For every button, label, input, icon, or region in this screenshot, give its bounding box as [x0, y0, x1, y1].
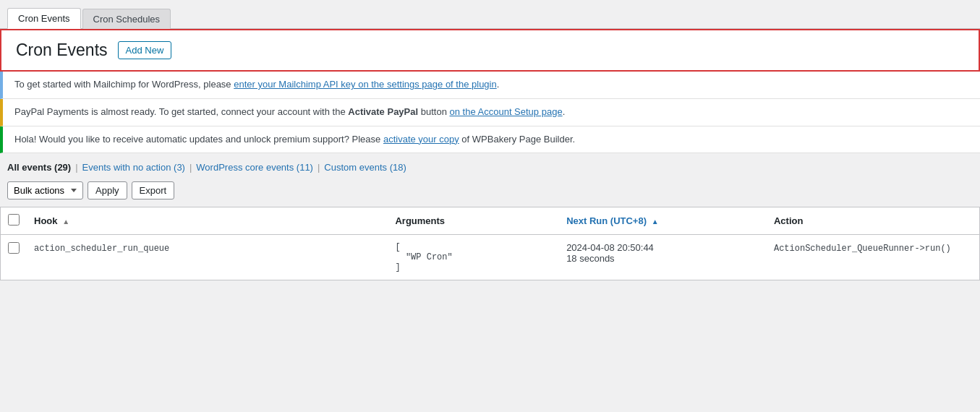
events-table: Hook ▲ Arguments Next Run (UTC+8) ▲ Acti…: [1, 207, 979, 280]
notice-wpbakery: Hola! Would you like to receive automati…: [0, 126, 980, 154]
row-action: ActionScheduler_QueueRunner->run(): [767, 235, 979, 280]
next-run-sort-icon: ▲: [652, 218, 659, 226]
notice-paypal-text-after: .: [563, 106, 566, 117]
notice-paypal-text-middle: button: [418, 106, 449, 117]
sep-1: |: [75, 162, 77, 173]
notice-paypal-text-before: PayPal Payments is almost ready. To get …: [14, 106, 348, 117]
row-arguments-value: [ "WP Cron" ]: [395, 242, 552, 272]
export-button[interactable]: Export: [132, 181, 175, 199]
notice-paypal: PayPal Payments is almost ready. To get …: [0, 99, 980, 126]
tab-cron-schedules[interactable]: Cron Schedules: [82, 9, 171, 29]
notice-mailchimp-link[interactable]: enter your Mailchimp API key on the sett…: [234, 79, 497, 90]
select-all-checkbox[interactable]: [8, 214, 20, 226]
add-new-button[interactable]: Add New: [118, 41, 172, 59]
filter-custom-events[interactable]: Custom events (18): [324, 162, 406, 173]
events-table-wrap: Hook ▲ Arguments Next Run (UTC+8) ▲ Acti…: [0, 207, 980, 280]
table-row: action_scheduler_run_queue [ "WP Cron" ]…: [1, 235, 979, 280]
th-select-all: [1, 207, 27, 235]
notice-wpbakery-link[interactable]: activate your copy: [383, 134, 459, 145]
notice-mailchimp: To get started with Mailchimp for WordPr…: [0, 72, 980, 99]
table-body: action_scheduler_run_queue [ "WP Cron" ]…: [1, 235, 979, 280]
row-arguments: [ "WP Cron" ]: [388, 235, 559, 280]
th-next-run[interactable]: Next Run (UTC+8) ▲: [559, 207, 767, 235]
sep-3: |: [318, 162, 320, 173]
page-title: Cron Events: [16, 40, 108, 60]
apply-button[interactable]: Apply: [88, 181, 127, 199]
filter-all[interactable]: All events (29): [7, 162, 71, 173]
th-hook[interactable]: Hook ▲: [27, 207, 388, 235]
hook-sort-icon: ▲: [62, 218, 69, 226]
row-checkbox[interactable]: [8, 242, 20, 254]
row-hook: action_scheduler_run_queue: [27, 235, 388, 280]
notice-mailchimp-text-before: To get started with Mailchimp for WordPr…: [14, 79, 234, 90]
row-checkbox-cell: [1, 235, 27, 280]
th-action: Action: [767, 207, 979, 235]
filter-core-events[interactable]: WordPress core events (11): [196, 162, 313, 173]
filter-no-action[interactable]: Events with no action (3): [82, 162, 185, 173]
row-next-run-relative: 18 seconds: [566, 253, 759, 264]
th-arguments: Arguments: [388, 207, 559, 235]
table-header-row: Hook ▲ Arguments Next Run (UTC+8) ▲ Acti…: [1, 207, 979, 235]
bulk-actions-select[interactable]: Bulk actions: [7, 181, 83, 199]
notice-mailchimp-text-after: .: [497, 79, 500, 90]
filter-links: All events (29) | Events with no action …: [7, 162, 966, 173]
tab-cron-events[interactable]: Cron Events: [7, 8, 81, 29]
table-head: Hook ▲ Arguments Next Run (UTC+8) ▲ Acti…: [1, 207, 979, 235]
row-action-value: ActionScheduler_QueueRunner->run(): [774, 244, 951, 254]
notice-paypal-link[interactable]: on the Account Setup page: [449, 106, 562, 117]
notice-paypal-bold: Activate PayPal: [348, 106, 418, 117]
notice-wpbakery-text-before: Hola! Would you like to receive automati…: [14, 134, 383, 145]
page-header: Cron Events Add New: [0, 29, 980, 72]
row-next-run-date: 2024-04-08 20:50:44: [566, 242, 759, 253]
page-wrap: Cron Events Cron Schedules Cron Events A…: [0, 0, 980, 412]
tabs-bar: Cron Events Cron Schedules: [0, 0, 980, 29]
actions-row: Bulk actions Apply Export: [0, 177, 980, 204]
filter-bar: All events (29) | Events with no action …: [0, 153, 980, 177]
notice-wpbakery-text-after: of WPBakery Page Builder.: [459, 134, 575, 145]
sep-2: |: [189, 162, 192, 173]
row-next-run: 2024-04-08 20:50:44 18 seconds: [559, 235, 767, 280]
